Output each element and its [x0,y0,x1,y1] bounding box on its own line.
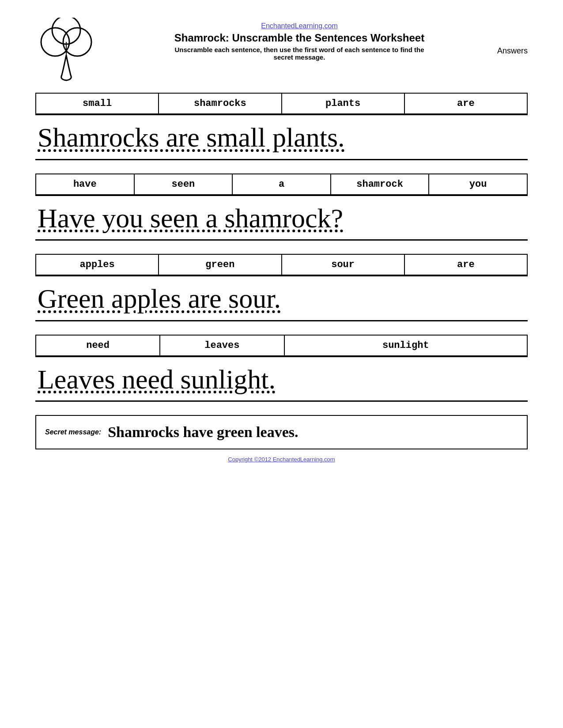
word-cell: green [159,255,282,275]
answer-sentence-1: Shamrocks are small plants. [35,115,528,160]
word-cell: have [36,174,135,194]
site-link[interactable]: EnchantedLearning.com [106,22,493,30]
secret-message-box: Secret message: Shamrocks have green lea… [35,415,528,449]
word-cell: plants [282,94,405,113]
secret-message-text: Shamrocks have green leaves. [108,424,298,441]
sentence-section-3: apples green sour are Green apples are s… [35,254,528,321]
answer-sentence-2: Have you seen a shamrock? [35,196,528,241]
word-cell: shamrocks [159,94,282,113]
word-cell: a [233,174,331,194]
secret-message-label: Secret message: [45,428,101,436]
word-cell: you [429,174,527,194]
answer-sentence-3: Green apples are sour. [35,276,528,321]
page-footer: Copyright ©2012 EnchantedLearning.com [35,456,528,463]
word-cell: seen [135,174,233,194]
svg-point-2 [52,18,80,44]
svg-point-1 [63,28,91,56]
word-cell: are [405,94,527,113]
shamrock-illustration [35,18,97,79]
shamrock-svg [35,18,97,84]
word-cell: are [405,255,527,275]
word-cell: sour [282,255,405,275]
word-cell: shamrock [331,174,430,194]
sentence-section-4: need leaves sunlight Leaves need sunligh… [35,335,528,402]
word-box-row-3: apples green sour are [35,254,528,275]
sentence-section-2: have seen a shamrock you Have you seen a… [35,174,528,241]
page-subtitle: Unscramble each sentence, then use the f… [106,46,493,61]
sentence-section-1: small shamrocks plants are Shamrocks are… [35,93,528,160]
word-cell: need [36,336,160,355]
word-cell: small [36,94,159,113]
word-box-row-4: need leaves sunlight [35,335,528,356]
word-cell: sunlight [285,336,527,355]
word-box-row-1: small shamrocks plants are [35,93,528,114]
page-title: Shamrock: Unscramble the Sentences Works… [106,32,493,44]
answer-sentence-4: Leaves need sunlight. [35,357,528,402]
word-cell: apples [36,255,159,275]
word-box-row-2: have seen a shamrock you [35,174,528,195]
word-cell: leaves [160,336,284,355]
footer-link[interactable]: Copyright ©2012 EnchantedLearning.com [228,456,335,463]
answers-label: Answers [497,42,528,56]
svg-point-0 [41,28,69,56]
header-text-block: EnchantedLearning.com Shamrock: Unscramb… [106,18,493,61]
page-header: EnchantedLearning.com Shamrock: Unscramb… [35,18,528,79]
